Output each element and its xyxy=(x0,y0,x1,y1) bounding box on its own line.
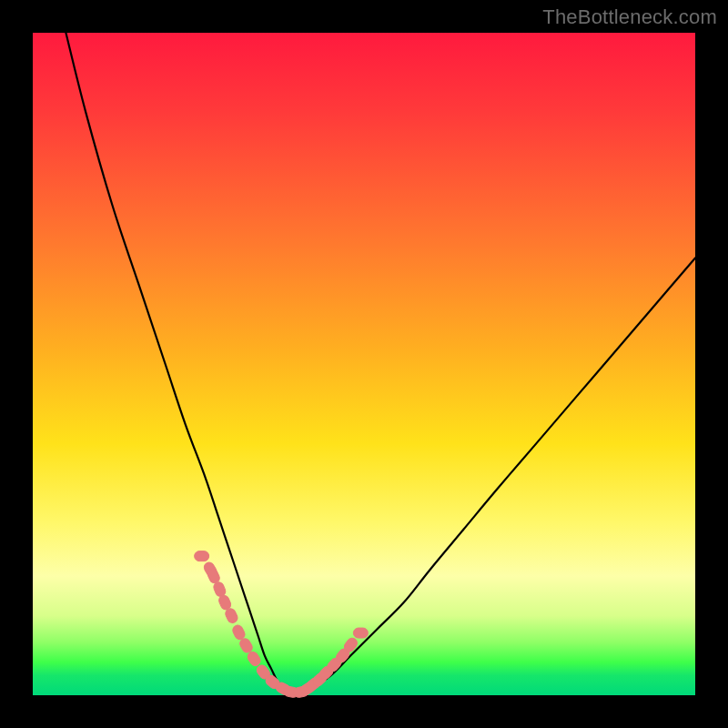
watermark-text: TheBottleneck.com xyxy=(542,5,717,29)
plot-area xyxy=(33,33,695,695)
bottleneck-curve xyxy=(66,33,695,696)
marker-dot xyxy=(353,628,368,638)
curve-layer xyxy=(33,33,695,695)
marker-dot xyxy=(195,551,209,561)
highlight-dots xyxy=(195,551,369,699)
chart-frame: TheBottleneck.com xyxy=(0,0,728,728)
